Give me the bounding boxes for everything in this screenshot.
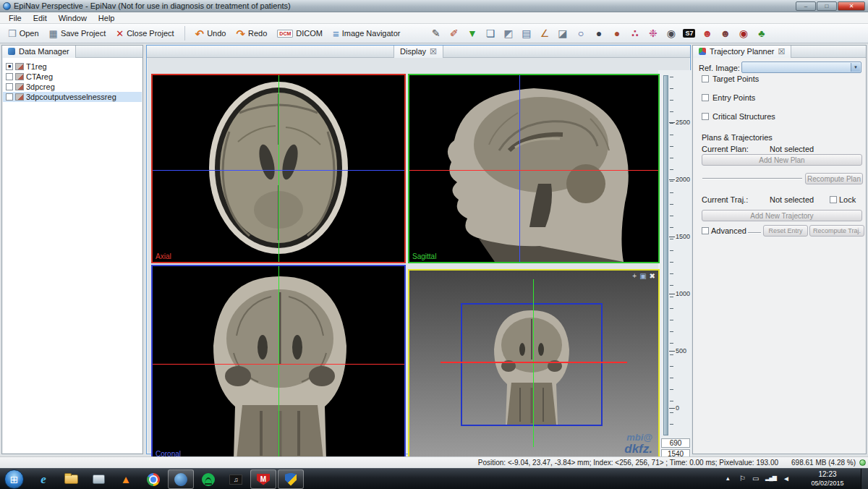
- sagittal-view[interactable]: Sagittal: [408, 74, 660, 263]
- add-new-trajectory-button[interactable]: Add New Trajectory: [702, 210, 862, 221]
- tab-data-manager[interactable]: Data Manager: [2, 46, 76, 58]
- battery-icon[interactable]: ▭: [752, 475, 759, 482]
- reset-entry-button[interactable]: Reset Entry: [763, 225, 808, 237]
- point-set-button[interactable]: ∴: [626, 25, 643, 42]
- crosshair-coronal-line[interactable]: [519, 75, 520, 262]
- data-item-ctareg[interactable]: CTAreg: [3, 72, 142, 82]
- taskbar-internet-explorer[interactable]: e: [30, 469, 56, 489]
- tab-display[interactable]: Display ☒: [393, 46, 443, 58]
- crosshair-axial-line[interactable]: [441, 362, 627, 363]
- magnifier-button[interactable]: ○: [572, 25, 589, 42]
- tray-clock[interactable]: 12:23 05/02/2015: [804, 470, 851, 488]
- measurement-icon: ∠: [540, 28, 550, 38]
- taskbar-mcafee[interactable]: M: [250, 469, 276, 489]
- advanced-checkbox[interactable]: [702, 227, 709, 234]
- crosshair-sagittal-line[interactable]: [278, 266, 279, 459]
- data-item-3dpcoutputvesselnessreg[interactable]: 3dpcoutputvesselnessreg: [3, 92, 142, 102]
- clipping-plane-button[interactable]: ◪: [554, 25, 571, 42]
- hidden-icons-chevron[interactable]: ▴: [726, 475, 730, 482]
- undo-button[interactable]: ↶ Undo: [191, 27, 231, 40]
- data-item-t1reg[interactable]: ■ T1reg: [3, 61, 142, 72]
- seed-points-button[interactable]: ▼: [464, 25, 480, 42]
- tree-view-button[interactable]: ♣: [753, 25, 770, 42]
- save-project-button[interactable]: ▦ Save Project: [45, 27, 111, 40]
- maximize-button[interactable]: □: [817, 1, 837, 11]
- crosshair-coronal-line[interactable]: [153, 170, 404, 171]
- head-model-red-button[interactable]: ☻: [699, 25, 715, 42]
- recompute-traj-button[interactable]: Recompute Traj.: [809, 225, 864, 237]
- taskbar-vlc[interactable]: ▲: [113, 469, 139, 489]
- menu-edit[interactable]: Edit: [27, 14, 53, 22]
- trajectory-planner-tab-close-icon[interactable]: ☒: [778, 48, 785, 56]
- three-d-view[interactable]: + ▣ ✖ mbi@ dkfz.: [408, 269, 660, 461]
- taskbar-blue-app[interactable]: [168, 469, 194, 489]
- ref-image-dropdown[interactable]: ▼: [741, 61, 861, 73]
- clipping-plane-icon: ◪: [558, 28, 567, 38]
- visibility-checkbox[interactable]: [6, 93, 13, 101]
- taskbar-spotify[interactable]: [195, 469, 221, 489]
- display-tab-close-icon[interactable]: ☒: [430, 48, 437, 56]
- redo-button[interactable]: ↷ Redo: [231, 27, 271, 40]
- windows-logo-icon: ⊞: [10, 474, 19, 485]
- pin-icon[interactable]: +: [632, 272, 637, 280]
- visibility-checkbox[interactable]: ■: [6, 63, 13, 70]
- lock-checkbox[interactable]: [830, 196, 837, 203]
- display-tabbar: Display ☒: [147, 46, 690, 58]
- visibility-checkbox[interactable]: [6, 73, 13, 80]
- crosshair-sagittal-line[interactable]: [533, 279, 534, 447]
- menu-file[interactable]: File: [3, 14, 27, 22]
- taskbar-chrome[interactable]: [140, 469, 166, 489]
- layout-icon[interactable]: ▣: [639, 272, 646, 280]
- pencil-tool-button[interactable]: ✎: [427, 25, 444, 42]
- menu-window[interactable]: Window: [53, 14, 93, 22]
- close-view-icon[interactable]: ✖: [650, 272, 655, 280]
- taskbar-audio-app[interactable]: ♫: [223, 469, 249, 489]
- taskbar-security-center[interactable]: [278, 469, 304, 489]
- movie-camera-button[interactable]: ◉: [735, 25, 752, 42]
- open-button[interactable]: ❒ Open: [4, 27, 43, 40]
- screenshot-camera-button[interactable]: ◉: [663, 25, 679, 42]
- marker-tool-button[interactable]: ✐: [446, 25, 462, 42]
- add-new-plan-button[interactable]: Add New Plan: [702, 154, 862, 166]
- critical-structures-checkbox[interactable]: [702, 113, 709, 120]
- show-desktop-button[interactable]: [861, 469, 868, 489]
- data-item-3dpcreg[interactable]: 3dpcreg: [3, 82, 142, 92]
- trajectory-planner-tab-label: Trajectory Planner: [710, 47, 774, 56]
- volume-icon[interactable]: ◄: [783, 475, 790, 482]
- slice-stack-button[interactable]: ▤: [518, 25, 535, 42]
- coronal-view[interactable]: Coronal: [151, 265, 406, 461]
- display-tab-label: Display: [400, 47, 426, 56]
- head-model-dark-button[interactable]: ☻: [717, 25, 733, 42]
- recompute-plan-button[interactable]: Recompute Plan: [805, 173, 863, 184]
- measurement-button[interactable]: ∠: [536, 25, 553, 42]
- image-layer-button[interactable]: ❏: [482, 25, 498, 42]
- target-points-checkbox[interactable]: [702, 75, 709, 82]
- visibility-checkbox[interactable]: [6, 83, 13, 90]
- title-bar[interactable]: EpiNav Perspective - EpiNav (Not for use…: [0, 0, 868, 12]
- tab-trajectory-planner[interactable]: Trajectory Planner ☒: [693, 46, 791, 58]
- dark-sphere-button[interactable]: ●: [590, 25, 607, 42]
- current-plan-label: Current Plan:: [702, 145, 749, 153]
- menu-help[interactable]: Help: [93, 14, 121, 22]
- entry-points-checkbox[interactable]: [702, 94, 709, 101]
- taskbar-app-window[interactable]: [85, 469, 111, 489]
- close-project-button[interactable]: ✕ Close Project: [111, 27, 178, 40]
- cube-3d-button[interactable]: ◩: [500, 25, 516, 42]
- crosshair-axial-line[interactable]: [409, 170, 658, 171]
- level-window-slider[interactable]: [663, 75, 668, 435]
- minimize-button[interactable]: –: [796, 1, 816, 11]
- crosshair-axial-line[interactable]: [153, 364, 404, 365]
- molecule-button[interactable]: ❉: [644, 25, 661, 42]
- action-center-flag-icon[interactable]: ⚐: [739, 475, 746, 482]
- network-signal-icon[interactable]: ▂▄▆: [765, 475, 776, 481]
- level-window-min-field[interactable]: 690: [661, 438, 690, 448]
- dicom-button[interactable]: DCM DICOM: [273, 27, 327, 39]
- axial-view[interactable]: Axial: [151, 74, 406, 263]
- start-button[interactable]: ⊞: [4, 469, 24, 489]
- s7-button[interactable]: S7: [681, 25, 697, 42]
- close-button[interactable]: ✕: [838, 1, 865, 11]
- image-navigator-button[interactable]: ≡ Image Navigator: [328, 27, 404, 40]
- crosshair-sagittal-line[interactable]: [278, 75, 279, 262]
- taskbar-file-explorer[interactable]: [58, 469, 84, 489]
- red-sphere-button[interactable]: ●: [608, 25, 625, 42]
